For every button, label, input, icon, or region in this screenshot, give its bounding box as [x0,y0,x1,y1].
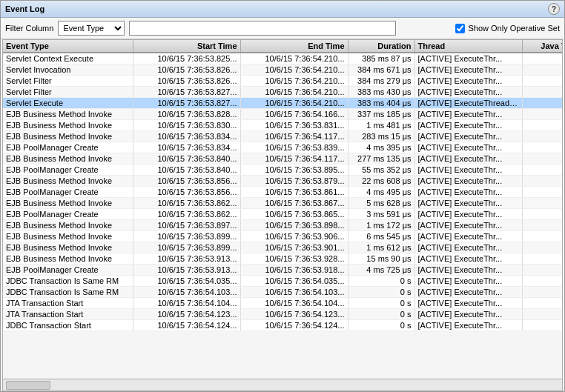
operative-set-checkbox[interactable] [455,24,465,33]
table-scroll[interactable]: Event Type Start Time End Time Duration … [3,40,562,379]
table-row[interactable]: JDBC Transaction Is Same RM10/6/15 7:36:… [3,287,562,298]
table-container: Event Type Start Time End Time Duration … [2,39,563,391]
table-row[interactable]: EJB Business Method Invoke10/6/15 7:36:5… [3,198,562,209]
table-header-row: Event Type Start Time End Time Duration … [3,40,562,53]
table-row[interactable]: Servlet Execute10/6/15 7:36:53.827...10/… [3,98,562,109]
table-row[interactable]: EJB Business Method Invoke10/6/15 7:36:5… [3,109,562,120]
col-header-thread[interactable]: Thread [414,40,522,53]
table-row[interactable]: EJB Business Method Invoke10/6/15 7:36:5… [3,131,562,142]
filter-column-label: Filter Column [5,24,53,33]
table-row[interactable]: EJB Business Method Invoke10/6/15 7:36:5… [3,242,562,253]
help-icon[interactable]: ? [548,3,560,15]
table-row[interactable]: JDBC Transaction Start10/6/15 7:36:54.12… [3,320,562,331]
col-header-java-th[interactable]: Java Th... [522,40,562,53]
table-row[interactable]: Servlet Filter10/6/15 7:36:53.827...10/6… [3,87,562,98]
filter-column-select[interactable]: Event TypeStart TimeEnd TimeDurationThre… [58,21,125,36]
event-log-table: Event Type Start Time End Time Duration … [3,40,562,331]
table-row[interactable]: EJB Business Method Invoke10/6/15 7:36:5… [3,220,562,231]
table-row[interactable]: JDBC Transaction Is Same RM10/6/15 7:36:… [3,276,562,287]
table-row[interactable]: EJB Business Method Invoke10/6/15 7:36:5… [3,153,562,165]
table-row[interactable]: Servlet Context Execute10/6/15 7:36:53.8… [3,53,562,64]
table-row[interactable]: EJB Business Method Invoke10/6/15 7:36:5… [3,176,562,187]
table-row[interactable]: EJB PoolManager Create10/6/15 7:36:53.86… [3,209,562,220]
table-row[interactable]: JTA Transaction Start10/6/15 7:36:54.123… [3,309,562,320]
table-row[interactable]: EJB PoolManager Create10/6/15 7:36:53.83… [3,142,562,153]
horizontal-scrollbar[interactable] [3,379,562,391]
table-row[interactable]: EJB PoolManager Create10/6/15 7:36:53.91… [3,265,562,276]
table-row[interactable]: Servlet Invocation10/6/15 7:36:53.826...… [3,64,562,76]
event-log-window: Event Log ? Filter Column Event TypeStar… [0,0,565,392]
table-row[interactable]: JTA Transaction Start10/6/15 7:36:54.104… [3,298,562,309]
table-row[interactable]: EJB PoolManager Create10/6/15 7:36:53.85… [3,187,562,198]
operative-set-label: Show Only Operative Set [468,24,560,33]
table-row[interactable]: EJB Business Method Invoke10/6/15 7:36:5… [3,253,562,265]
table-row[interactable]: EJB Business Method Invoke10/6/15 7:36:5… [3,231,562,242]
table-row[interactable]: EJB Business Method Invoke10/6/15 7:36:5… [3,120,562,131]
col-header-event-type[interactable]: Event Type [3,40,133,53]
filter-input[interactable] [129,21,396,36]
table-row[interactable]: Servlet Filter10/6/15 7:36:53.826...10/6… [3,76,562,87]
table-body: Servlet Context Execute10/6/15 7:36:53.8… [3,53,562,331]
window-title: Event Log [5,4,44,13]
title-bar: Event Log ? [1,1,564,18]
col-header-start-time[interactable]: Start Time [133,40,240,53]
col-header-duration[interactable]: Duration [348,40,414,53]
col-header-end-time[interactable]: End Time [240,40,348,53]
filter-bar: Filter Column Event TypeStart TimeEnd Ti… [1,18,564,39]
checkbox-area: Show Only Operative Set [455,24,560,33]
table-row[interactable]: EJB PoolManager Create10/6/15 7:36:53.84… [3,165,562,176]
